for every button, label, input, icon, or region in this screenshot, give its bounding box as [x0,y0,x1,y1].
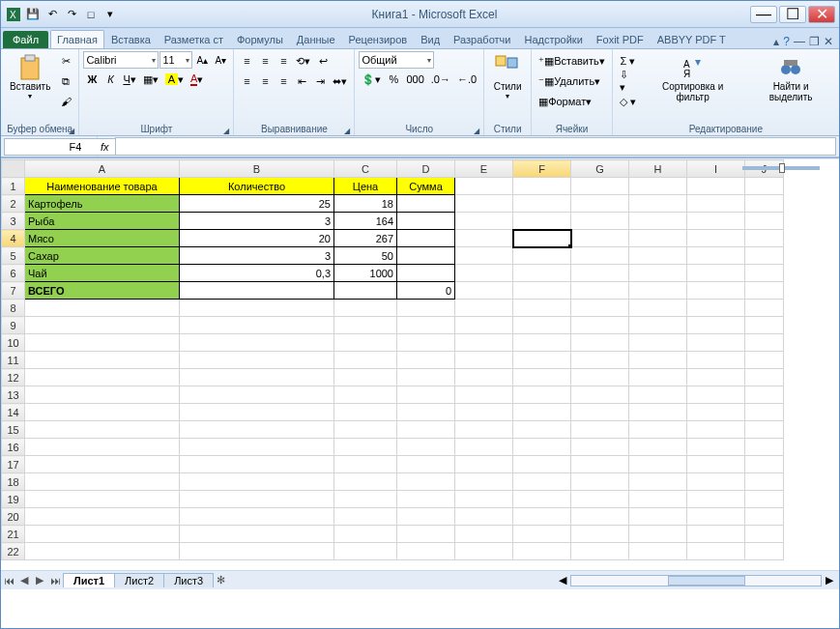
sheet-nav-next-icon[interactable]: ▶ [32,574,47,586]
cell-I15[interactable] [687,421,745,439]
cell-B3[interactable]: 3 [180,213,334,230]
cell-J6[interactable] [745,265,784,282]
cell-A1[interactable]: Наименование товара [25,178,180,195]
cell-C22[interactable] [334,543,397,560]
cell-I13[interactable] [687,386,745,404]
cell-G2[interactable] [571,195,629,213]
cell-B20[interactable] [180,508,334,526]
hscrollbar[interactable] [570,575,822,586]
row-header-3[interactable]: 3 [2,213,25,230]
cell-I9[interactable] [687,317,745,334]
cell-E8[interactable] [455,300,513,317]
cell-H4[interactable] [629,230,687,247]
cell-C6[interactable]: 1000 [334,265,397,282]
cell-F22[interactable] [513,543,571,560]
border-icon[interactable]: ▦▾ [140,70,161,89]
cell-C3[interactable]: 164 [334,213,397,230]
col-header-C[interactable]: C [334,160,397,178]
save-icon[interactable]: 💾 [24,6,42,23]
insert-cells-button[interactable]: ⁺▦ Вставить ▾ [536,51,608,71]
cell-D17[interactable] [397,456,455,473]
cell-D20[interactable] [397,508,455,526]
row-header-17[interactable]: 17 [2,456,25,473]
cell-I8[interactable] [687,300,745,317]
cell-G20[interactable] [571,508,629,526]
cell-A19[interactable] [25,491,180,508]
cell-E12[interactable] [455,369,513,386]
cell-D19[interactable] [397,491,455,508]
tab-данные[interactable]: Данные [290,30,342,48]
cell-D22[interactable] [397,543,455,560]
cell-I12[interactable] [687,369,745,386]
increase-indent-icon[interactable]: ⇥ [311,71,329,91]
cell-B15[interactable] [180,421,334,439]
cell-B19[interactable] [180,491,334,508]
cell-C10[interactable] [334,334,397,352]
sheet-tab-лист2[interactable]: Лист2 [114,573,164,587]
cell-B6[interactable]: 0,3 [180,265,334,282]
row-header-8[interactable]: 8 [2,300,25,317]
cell-A14[interactable] [25,404,180,421]
cell-I10[interactable] [687,334,745,352]
cell-D4[interactable] [397,230,455,247]
cell-G4[interactable] [571,230,629,247]
cell-B8[interactable] [180,300,334,317]
cell-H5[interactable] [629,247,687,265]
tab-формулы[interactable]: Формулы [230,30,290,48]
undo-icon[interactable]: ↶ [43,6,61,23]
cell-I5[interactable] [687,247,745,265]
cell-B13[interactable] [180,386,334,404]
row-header-22[interactable]: 22 [2,543,25,560]
cell-D7[interactable]: 0 [397,282,455,300]
cell-G10[interactable] [571,334,629,352]
hscroll-left-icon[interactable]: ◀ [559,574,566,586]
tab-вид[interactable]: Вид [414,30,447,48]
new-sheet-icon[interactable]: ✻ [213,574,228,586]
merge-icon[interactable]: ⬌▾ [330,71,350,91]
align-bottom-icon[interactable]: ≡ [275,51,292,71]
delete-cells-button[interactable]: ⁻▦ Удалить ▾ [536,71,603,91]
cell-B18[interactable] [180,473,334,491]
cell-F4[interactable] [513,230,571,247]
cell-F19[interactable] [513,491,571,508]
tab-рецензиров[interactable]: Рецензиров [342,30,415,48]
find-select-button[interactable]: Найти и выделить [746,51,835,105]
cell-I22[interactable] [687,543,745,560]
row-header-12[interactable]: 12 [2,369,25,386]
cell-A4[interactable]: Мясо [25,230,180,247]
row-header-4[interactable]: 4 [2,230,25,247]
cell-D13[interactable] [397,386,455,404]
row-header-10[interactable]: 10 [2,334,25,352]
bold-button[interactable]: Ж [83,70,101,89]
excel-icon[interactable]: X [5,6,22,23]
cell-H21[interactable] [629,526,687,543]
cell-F12[interactable] [513,369,571,386]
col-header-A[interactable]: A [25,160,180,178]
italic-button[interactable]: К [101,70,119,89]
cell-J5[interactable] [745,247,784,265]
cell-J4[interactable] [745,230,784,247]
cell-H7[interactable] [629,282,687,300]
comma-icon[interactable]: 000 [403,70,426,89]
cell-E6[interactable] [455,265,513,282]
font-name-combo[interactable]: Calibri▾ [83,51,159,69]
cell-C2[interactable]: 18 [334,195,397,213]
cell-J2[interactable] [745,195,784,213]
cell-G18[interactable] [571,473,629,491]
sheet-tab-лист3[interactable]: Лист3 [163,573,214,587]
row-header-6[interactable]: 6 [2,265,25,282]
workbook-close-icon[interactable]: ✕ [824,35,833,48]
cell-C11[interactable] [334,352,397,369]
cell-F11[interactable] [513,352,571,369]
cell-J7[interactable] [745,282,784,300]
autosum-icon[interactable]: Σ ▾ [617,51,639,71]
cell-J16[interactable] [745,439,784,456]
cell-E14[interactable] [455,404,513,421]
cell-J13[interactable] [745,386,784,404]
cell-I20[interactable] [687,508,745,526]
cell-G3[interactable] [571,213,629,230]
cell-F10[interactable] [513,334,571,352]
select-all-corner[interactable] [2,160,25,178]
sheet-tab-лист1[interactable]: Лист1 [63,573,115,587]
cell-A22[interactable] [25,543,180,560]
